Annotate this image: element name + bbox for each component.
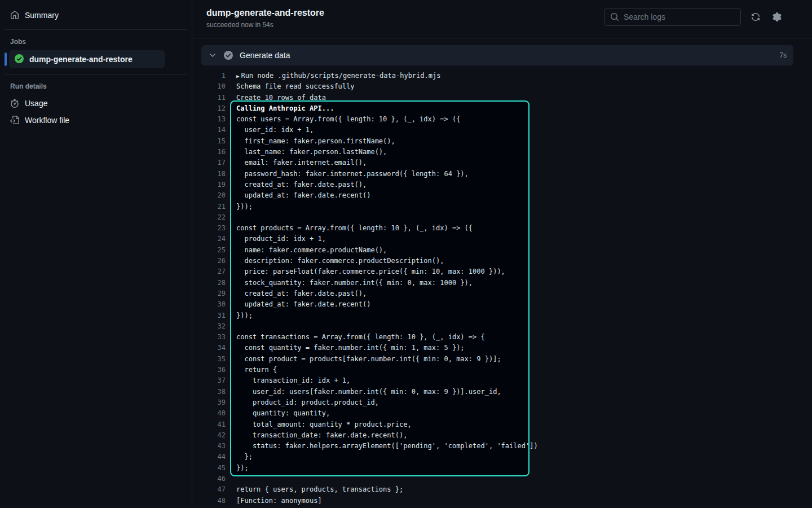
- log-line-number[interactable]: 36: [201, 365, 226, 375]
- log-line-number[interactable]: 13: [201, 114, 226, 125]
- log-line: 39 product_id: product.product_id,: [201, 397, 793, 408]
- log-line-number[interactable]: 38: [201, 387, 226, 397]
- log-line-number[interactable]: 35: [201, 354, 226, 365]
- log-line: 15 first_name: faker.person.firstName(),: [201, 136, 793, 147]
- log-line-number[interactable]: 46: [201, 474, 226, 484]
- log-line-number[interactable]: 23: [201, 223, 226, 234]
- search-logs-box[interactable]: [604, 8, 741, 26]
- log-line-number[interactable]: 18: [201, 169, 226, 179]
- log-line-text: transaction_id: idx + 1,: [226, 375, 350, 386]
- sidebar-item-usage[interactable]: Usage: [5, 95, 187, 112]
- log-line-text: Calling Anthropic API...: [226, 103, 334, 114]
- log-line: 10Schema file read successfully: [201, 81, 793, 92]
- log-line: 36 return {: [201, 365, 793, 375]
- step-success-check-icon: [224, 51, 233, 60]
- log-line-text: updated_at: faker.date.recent(): [226, 190, 370, 201]
- log-line-number[interactable]: 41: [201, 419, 226, 430]
- log-line-text: total_amount: quantity * product.price,: [226, 419, 412, 430]
- log-line: 35 const product = products[faker.number…: [201, 354, 793, 365]
- log-line-number[interactable]: 33: [201, 332, 226, 343]
- log-line-number[interactable]: 32: [201, 321, 226, 332]
- log-line-text: [226, 321, 236, 332]
- log-line-text: created_at: faker.date.past(),: [226, 288, 367, 299]
- log-line-number[interactable]: 47: [201, 484, 226, 495]
- log-settings-button[interactable]: [770, 10, 784, 24]
- success-check-icon: [15, 54, 24, 65]
- sidebar-item-workflow-file[interactable]: Workflow file: [5, 112, 187, 129]
- search-icon: [610, 12, 619, 21]
- log-line-number[interactable]: 45: [201, 463, 226, 474]
- log-line-text: }));: [226, 202, 253, 212]
- refresh-logs-button[interactable]: [749, 10, 762, 24]
- log-line-number[interactable]: 30: [201, 299, 226, 310]
- log-line-number[interactable]: 26: [201, 256, 226, 266]
- log-line-number[interactable]: 17: [201, 157, 226, 168]
- log-line-number[interactable]: 15: [201, 136, 226, 147]
- log-line-number[interactable]: 14: [201, 125, 226, 135]
- log-line-number[interactable]: 25: [201, 245, 226, 256]
- run-title: dump-generate-and-restore: [206, 8, 324, 18]
- log-line: 14 user_id: idx + 1,: [201, 125, 793, 135]
- log-line: 17 email: faker.internet.email(),: [201, 157, 793, 168]
- log-line-number[interactable]: 43: [201, 441, 226, 452]
- log-line-number[interactable]: 48: [201, 496, 226, 506]
- log-lines: 1▶Run node .github/scripts/generate-data…: [201, 71, 793, 508]
- log-line-number[interactable]: 1: [201, 71, 226, 81]
- log-line-number[interactable]: 16: [201, 147, 226, 157]
- log-line-text: status: faker.helpers.arrayElement(['pen…: [226, 441, 538, 452]
- log-line-text: product_id: product.product_id,: [226, 397, 379, 408]
- log-line-text: stock_quantity: faker.number.int({ min: …: [226, 278, 473, 288]
- log-line: 31}));: [201, 310, 793, 321]
- log-line-text: return { users, products, transactions }…: [226, 484, 403, 495]
- log-line-number[interactable]: 10: [201, 81, 226, 92]
- log-line-text: [Function: anonymous]: [226, 496, 322, 506]
- log-line-number[interactable]: 42: [201, 430, 226, 441]
- log-line-number[interactable]: 27: [201, 266, 226, 277]
- log-line-number[interactable]: 34: [201, 343, 226, 353]
- log-line: 42 transaction_date: faker.date.recent()…: [201, 430, 793, 441]
- log-line-number[interactable]: 40: [201, 408, 226, 419]
- step-title: Generate data: [240, 51, 773, 60]
- log-line: 11Create 10 rows of data: [201, 93, 793, 103]
- sidebar-item-summary[interactable]: Summary: [5, 7, 187, 24]
- log-line-number[interactable]: 22: [201, 212, 226, 223]
- sidebar: Summary Jobs dump-generate-and-restore R…: [0, 0, 192, 508]
- log-line: 1▶Run node .github/scripts/generate-data…: [201, 71, 793, 81]
- sidebar-divider: [5, 29, 187, 30]
- log-line-number[interactable]: 12: [201, 103, 226, 114]
- log-line: 13const users = Array.from({ length: 10 …: [201, 114, 793, 125]
- log-line-number[interactable]: 29: [201, 288, 226, 299]
- log-line-text: }));: [226, 310, 253, 321]
- log-line: 46: [201, 474, 793, 484]
- step-header-generate-data[interactable]: Generate data 7s: [201, 45, 793, 65]
- log-line-number[interactable]: 44: [201, 452, 226, 462]
- log-line-number[interactable]: 21: [201, 202, 226, 212]
- log-line: 45});: [201, 463, 793, 474]
- log-line-text: user_id: idx + 1,: [226, 125, 314, 135]
- chevron-down-icon[interactable]: [208, 51, 217, 60]
- log-line-number[interactable]: 11: [201, 93, 226, 103]
- log-line-number[interactable]: 20: [201, 190, 226, 201]
- log-line-number[interactable]: 37: [201, 375, 226, 386]
- log-line-number[interactable]: 39: [201, 397, 226, 408]
- sidebar-item-job-dump-generate-and-restore[interactable]: dump-generate-and-restore: [9, 50, 165, 68]
- log-line: 12Calling Anthropic API...: [201, 103, 793, 114]
- log-line-text: price: parseFloat(faker.commerce.price({…: [226, 266, 505, 277]
- log-line: 23const products = Array.from({ length: …: [201, 223, 793, 234]
- log-line: 16 last_name: faker.person.lastName(),: [201, 147, 793, 157]
- log-line: 26 description: faker.commerce.productDe…: [201, 256, 793, 266]
- log-line-number[interactable]: 28: [201, 278, 226, 288]
- log-line-text: product_id: idx + 1,: [226, 234, 326, 244]
- log-line: 33const transactions = Array.from({ leng…: [201, 332, 793, 343]
- run-details-section-header: Run details: [0, 80, 192, 95]
- log-line: 20 updated_at: faker.date.recent(): [201, 190, 793, 201]
- expand-group-icon[interactable]: ▶: [236, 73, 239, 79]
- log-line-number[interactable]: 19: [201, 179, 226, 190]
- search-logs-input[interactable]: [624, 12, 735, 21]
- log-line-number[interactable]: 31: [201, 310, 226, 321]
- log-line-number[interactable]: 24: [201, 234, 226, 244]
- log-line: 47return { users, products, transactions…: [201, 484, 793, 495]
- log-line-text: return {: [226, 365, 277, 375]
- log-panel: Generate data 7s 1▶Run node .github/scri…: [201, 45, 793, 508]
- log-line: 34 const quantity = faker.number.int({ m…: [201, 343, 793, 353]
